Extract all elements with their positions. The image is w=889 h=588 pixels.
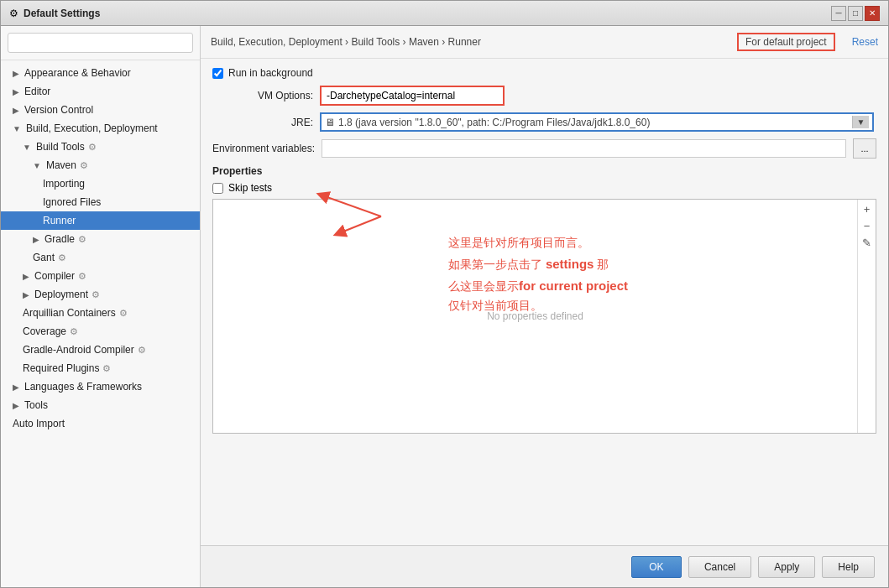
form-area: Run in background VM Options: JRE: 🖥 1.8… xyxy=(201,59,888,545)
sidebar-item-label: Compiler xyxy=(34,270,75,282)
sidebar-item-label: Languages & Frameworks xyxy=(24,381,142,393)
settings-icon: ⚙ xyxy=(78,234,86,245)
sidebar-item-label: Auto Import xyxy=(13,418,65,429)
arrow-icon: ▶ xyxy=(13,87,19,96)
sidebar-item-label: Deployment xyxy=(34,289,88,300)
sidebar-item-label: Coverage xyxy=(23,325,66,337)
properties-area: No properties defined + − ✎ xyxy=(212,199,876,434)
sidebar-item-label: Arquillian Containers xyxy=(23,307,116,319)
vm-options-label: VM Options: xyxy=(212,90,313,101)
content-area: ▶ Appearance & Behavior ▶ Editor ▶ Versi… xyxy=(1,26,888,587)
sidebar-item-runner[interactable]: Runner xyxy=(1,211,200,230)
title-bar: ⚙ Default Settings ─ □ ✕ xyxy=(1,1,888,26)
main-window: ⚙ Default Settings ─ □ ✕ ▶ Appearance & … xyxy=(0,0,889,588)
search-box xyxy=(1,26,200,60)
properties-section-title: Properties xyxy=(212,165,876,177)
ok-button[interactable]: OK xyxy=(631,556,682,578)
env-vars-input[interactable] xyxy=(322,139,846,158)
env-vars-row: Environment variables: ... xyxy=(212,138,876,159)
vm-options-input[interactable] xyxy=(320,86,505,106)
sidebar-item-label: Gradle xyxy=(44,233,75,245)
no-properties-text: No properties defined xyxy=(487,310,583,322)
add-property-button[interactable]: + xyxy=(860,201,875,216)
sidebar-item-label: Tools xyxy=(24,399,48,411)
title-controls: ─ □ ✕ xyxy=(831,6,880,21)
sidebar-item-auto-import[interactable]: Auto Import xyxy=(1,414,200,433)
jre-icon: 🖥 xyxy=(325,117,335,128)
apply-button[interactable]: Apply xyxy=(758,556,815,578)
arrow-icon: ▶ xyxy=(13,382,19,392)
sidebar-item-label: Version Control xyxy=(24,104,93,116)
remove-property-button[interactable]: − xyxy=(860,218,875,233)
cancel-button[interactable]: Cancel xyxy=(688,556,751,578)
sidebar-item-coverage[interactable]: Coverage ⚙ xyxy=(1,322,200,341)
settings-icon: ⚙ xyxy=(88,142,97,153)
sidebar-item-compiler[interactable]: ▶ Compiler ⚙ xyxy=(1,267,200,285)
arrow-icon: ▼ xyxy=(23,143,31,152)
sidebar-item-build-tools[interactable]: ▼ Build Tools ⚙ xyxy=(1,138,200,156)
skip-tests-row: Skip tests xyxy=(212,182,876,194)
sidebar-item-label: Appearance & Behavior xyxy=(24,67,131,79)
settings-icon: ⚙ xyxy=(119,308,128,319)
breadcrumb-bar: Build, Execution, Deployment › Build Too… xyxy=(201,26,888,59)
sidebar-item-gradle-android[interactable]: Gradle-Android Compiler ⚙ xyxy=(1,341,200,359)
sidebar-item-arquillian[interactable]: Arquillian Containers ⚙ xyxy=(1,304,200,322)
arrow-icon: ▶ xyxy=(13,401,19,410)
dropdown-arrow-icon[interactable]: ▼ xyxy=(852,116,869,128)
settings-icon: ⚙ xyxy=(80,160,88,171)
sidebar-item-label: Gradle-Android Compiler xyxy=(23,344,134,356)
sidebar-item-required-plugins[interactable]: Required Plugins ⚙ xyxy=(1,359,200,377)
sidebar-item-label: Gant xyxy=(33,252,55,263)
nav-tree: ▶ Appearance & Behavior ▶ Editor ▶ Versi… xyxy=(1,60,200,587)
jre-value: 1.8 (java version "1.8.0_60", path: C:/P… xyxy=(338,117,852,128)
settings-icon: ⚙ xyxy=(70,326,78,337)
jre-select[interactable]: 🖥 1.8 (java version "1.8.0_60", path: C:… xyxy=(320,112,874,132)
window-title: Default Settings xyxy=(24,8,100,19)
for-default-badge: For default project xyxy=(737,33,835,51)
env-vars-browse-button[interactable]: ... xyxy=(853,138,876,159)
sidebar-item-ignored-files[interactable]: Ignored Files xyxy=(1,193,200,211)
sidebar-item-label: Runner xyxy=(43,215,76,226)
arrow-icon: ▶ xyxy=(33,235,39,244)
sidebar-item-deployment[interactable]: ▶ Deployment ⚙ xyxy=(1,285,200,304)
search-input[interactable] xyxy=(8,33,193,53)
sidebar-item-appearance[interactable]: ▶ Appearance & Behavior xyxy=(1,64,200,82)
sidebar-item-tools[interactable]: ▶ Tools xyxy=(1,396,200,414)
run-in-background-label: Run in background xyxy=(228,67,313,79)
sidebar-item-maven[interactable]: ▼ Maven ⚙ xyxy=(1,156,200,174)
sidebar-item-languages[interactable]: ▶ Languages & Frameworks xyxy=(1,377,200,396)
maximize-button[interactable]: □ xyxy=(848,6,863,21)
properties-toolbar: + − ✎ xyxy=(857,200,876,433)
sidebar: ▶ Appearance & Behavior ▶ Editor ▶ Versi… xyxy=(1,26,201,587)
skip-tests-checkbox[interactable] xyxy=(212,183,223,194)
settings-icon: ⚙ xyxy=(92,289,100,300)
minimize-button[interactable]: ─ xyxy=(831,6,846,21)
arrow-icon: ▶ xyxy=(13,106,19,115)
sidebar-item-label: Importing xyxy=(43,178,85,190)
arrow-icon: ▶ xyxy=(13,69,19,78)
properties-content: No properties defined xyxy=(213,200,857,433)
help-button[interactable]: Help xyxy=(822,556,875,578)
sidebar-item-label: Ignored Files xyxy=(43,196,101,208)
sidebar-item-label: Required Plugins xyxy=(23,362,99,374)
close-button[interactable]: ✕ xyxy=(865,6,880,21)
jre-label: JRE: xyxy=(212,117,313,128)
title-bar-left: ⚙ Default Settings xyxy=(9,8,100,19)
arrow-icon: ▼ xyxy=(13,124,21,133)
bottom-bar: OK Cancel Apply Help xyxy=(201,545,888,587)
sidebar-item-editor[interactable]: ▶ Editor xyxy=(1,82,200,101)
jre-row: JRE: 🖥 1.8 (java version "1.8.0_60", pat… xyxy=(212,112,876,132)
sidebar-item-gant[interactable]: Gant ⚙ xyxy=(1,248,200,267)
run-in-background-row: Run in background xyxy=(212,67,876,79)
edit-property-button[interactable]: ✎ xyxy=(860,235,875,250)
settings-icon: ⚙ xyxy=(102,363,111,374)
sidebar-item-importing[interactable]: Importing xyxy=(1,174,200,193)
sidebar-item-build-exec-deploy[interactable]: ▼ Build, Execution, Deployment xyxy=(1,119,200,138)
settings-icon: ⚙ xyxy=(138,345,146,356)
sidebar-item-version-control[interactable]: ▶ Version Control xyxy=(1,101,200,119)
run-in-background-checkbox[interactable] xyxy=(212,68,223,79)
sidebar-item-label: Editor xyxy=(24,86,50,97)
sidebar-item-label: Build Tools xyxy=(36,141,85,153)
reset-link[interactable]: Reset xyxy=(852,36,878,48)
sidebar-item-gradle[interactable]: ▶ Gradle ⚙ xyxy=(1,230,200,248)
